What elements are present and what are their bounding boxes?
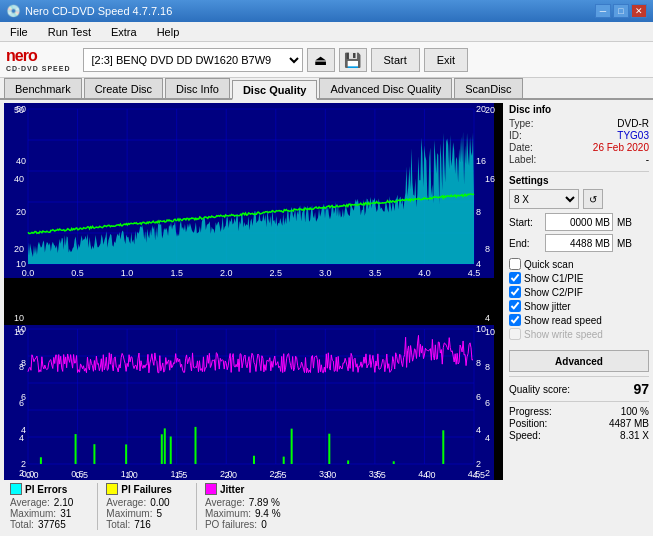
y2-label-4: 4: [485, 313, 503, 323]
divider-3: [509, 401, 649, 402]
exit-button[interactable]: Exit: [424, 48, 468, 72]
eject-button[interactable]: ⏏: [307, 48, 335, 72]
show-jitter-label: Show jitter: [524, 301, 571, 312]
y2-label-20: 20: [485, 105, 503, 115]
advanced-button[interactable]: Advanced: [509, 350, 649, 372]
y-label-50: 50: [4, 105, 24, 115]
disc-id-value: TYG03: [617, 130, 649, 141]
y-bot-label-2: 2: [4, 468, 24, 478]
y-bot-label-10: 10: [4, 327, 24, 337]
show-c1pie-row: Show C1/PIE: [509, 272, 649, 284]
disc-info-section: Disc info Type: DVD-R ID: TYG03 Date: 26…: [509, 104, 649, 165]
tab-disc-info[interactable]: Disc Info: [165, 78, 230, 98]
show-write-speed-checkbox[interactable]: [509, 328, 521, 340]
stat-divider-1: [97, 483, 98, 530]
y2-bot-2: 2: [485, 468, 503, 478]
minimize-button[interactable]: ─: [595, 4, 611, 18]
logo-cdspeed: CD·DVD SPEED: [6, 65, 71, 72]
tab-create-disc[interactable]: Create Disc: [84, 78, 163, 98]
menu-file[interactable]: File: [4, 24, 34, 40]
y2-bot-6: 6: [485, 398, 503, 408]
position-label: Position:: [509, 418, 547, 429]
y-label-10: 10: [4, 313, 24, 323]
tabs-bar: Benchmark Create Disc Disc Info Disc Qua…: [0, 78, 653, 100]
pi-failures-avg: Average: 0.00: [106, 497, 172, 508]
disc-id-label: ID:: [509, 130, 522, 141]
quality-score-value: 97: [633, 381, 649, 397]
menu-help[interactable]: Help: [151, 24, 186, 40]
divider-2: [509, 376, 649, 377]
app-title: Nero CD-DVD Speed 4.7.7.16: [25, 5, 172, 17]
show-jitter-checkbox[interactable]: [509, 300, 521, 312]
show-c1pie-checkbox[interactable]: [509, 272, 521, 284]
y2-bot-10: 10: [485, 327, 503, 337]
bottom-chart: 10 8 6 4 2 10 8 6 4 2 0.0 0.5 1.0 1.5 2.…: [4, 325, 503, 480]
y-label-20: 20: [4, 244, 24, 254]
stat-divider-2: [196, 483, 197, 530]
show-read-speed-label: Show read speed: [524, 315, 602, 326]
disc-id-row: ID: TYG03: [509, 130, 649, 141]
settings-refresh-icon[interactable]: ↺: [583, 189, 603, 209]
pi-failures-header: PI Failures: [106, 483, 172, 495]
tab-disc-quality[interactable]: Disc Quality: [232, 80, 318, 100]
tab-advanced-disc-quality[interactable]: Advanced Disc Quality: [319, 78, 452, 98]
progress-value: 100 %: [621, 406, 649, 417]
speed-select[interactable]: 8 X 1 X 2 X 4 X 16 X Max: [509, 189, 579, 209]
y2-label-8: 8: [485, 244, 503, 254]
quick-scan-row: Quick scan: [509, 258, 649, 270]
y-label-40: 40: [4, 174, 24, 184]
stats-section: PI Errors Average: 2.10 Maximum: 31 Tota…: [4, 480, 503, 533]
disc-label-label: Label:: [509, 154, 536, 165]
start-button[interactable]: Start: [371, 48, 420, 72]
disc-info-title: Disc info: [509, 104, 649, 115]
start-input[interactable]: [545, 213, 613, 231]
show-write-speed-row: Show write speed: [509, 328, 649, 340]
end-unit: MB: [617, 238, 632, 249]
position-value: 4487 MB: [609, 418, 649, 429]
menu-extra[interactable]: Extra: [105, 24, 143, 40]
disc-date-value: 26 Feb 2020: [593, 142, 649, 153]
jitter-color: [205, 483, 217, 495]
settings-title: Settings: [509, 175, 649, 186]
save-button[interactable]: 💾: [339, 48, 367, 72]
menu-run-test[interactable]: Run Test: [42, 24, 97, 40]
menubar: File Run Test Extra Help: [0, 22, 653, 42]
quick-scan-checkbox[interactable]: [509, 258, 521, 270]
pi-failures-stats: PI Failures Average: 0.00 Maximum: 5 Tot…: [106, 483, 188, 530]
titlebar-title: 💿 Nero CD-DVD Speed 4.7.7.16: [6, 4, 172, 18]
speed-label: Speed:: [509, 430, 541, 441]
close-button[interactable]: ✕: [631, 4, 647, 18]
disc-label-row: Label: -: [509, 154, 649, 165]
start-input-label: Start:: [509, 217, 541, 228]
pi-failures-max: Maximum: 5: [106, 508, 172, 519]
end-input-label: End:: [509, 238, 541, 249]
end-input[interactable]: [545, 234, 613, 252]
divider-1: [509, 171, 649, 172]
jitter-label: Jitter: [220, 484, 244, 495]
top-chart-y-left: 50 40 20 10: [4, 103, 26, 325]
jitter-max: Maximum: 9.4 %: [205, 508, 281, 519]
pi-errors-total: Total: 37765: [10, 519, 73, 530]
speed-settings-row: 8 X 1 X 2 X 4 X 16 X Max ↺: [509, 189, 649, 209]
drive-select[interactable]: [2:3] BENQ DVD DD DW1620 B7W9: [83, 48, 303, 72]
start-input-row: Start: MB: [509, 213, 649, 231]
jitter-stats: Jitter Average: 7.89 % Maximum: 9.4 % PO…: [205, 483, 297, 530]
pi-errors-color: [10, 483, 22, 495]
y2-label-16: 16: [485, 174, 503, 184]
titlebar-controls: ─ □ ✕: [595, 4, 647, 18]
y-bot-label-4: 4: [4, 433, 24, 443]
progress-label: Progress:: [509, 406, 552, 417]
pi-errors-label: PI Errors: [25, 484, 67, 495]
show-read-speed-checkbox[interactable]: [509, 314, 521, 326]
top-chart: 50 40 20 10 20 16 8 4: [4, 103, 503, 325]
quality-label: Quality score:: [509, 384, 570, 395]
pi-errors-max: Maximum: 31: [10, 508, 73, 519]
end-input-row: End: MB: [509, 234, 649, 252]
tab-scandisc[interactable]: ScanDisc: [454, 78, 522, 98]
maximize-button[interactable]: □: [613, 4, 629, 18]
pi-errors-stats: PI Errors Average: 2.10 Maximum: 31 Tota…: [10, 483, 89, 530]
toolbar: nero CD·DVD SPEED [2:3] BENQ DVD DD DW16…: [0, 42, 653, 78]
tab-benchmark[interactable]: Benchmark: [4, 78, 82, 98]
pi-failures-color: [106, 483, 118, 495]
show-c2pif-checkbox[interactable]: [509, 286, 521, 298]
